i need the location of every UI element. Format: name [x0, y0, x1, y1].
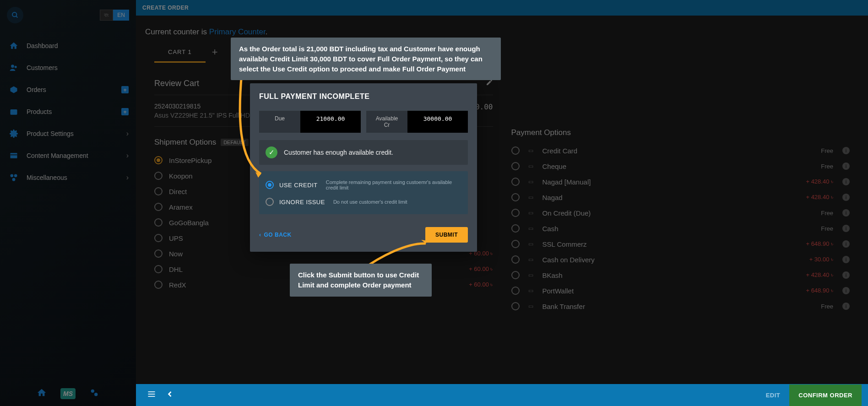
choice-desc: Do not use customer's credit limit	[333, 199, 407, 205]
credit-ok-text: Customer has enough available credit.	[284, 149, 393, 156]
check-icon: ✓	[266, 146, 277, 158]
chevron-left-icon: ‹	[259, 232, 261, 238]
annotation-callout-2: Click the Submit button to use Credit Li…	[290, 264, 432, 297]
back-icon[interactable]	[161, 390, 179, 401]
dim-overlay	[0, 0, 136, 406]
due-label: Due	[259, 111, 300, 133]
choice-label: USE CREDIT	[279, 182, 318, 189]
choice-desc: Complete remaining payment using custoem…	[326, 179, 461, 190]
menu-icon[interactable]	[142, 390, 161, 401]
choice-label: IGNORE ISSUE	[279, 199, 325, 206]
available-credit-cell: Available Cr 30000.00	[366, 111, 468, 133]
available-credit-label: Available Cr	[366, 111, 407, 133]
credit-ok-banner: ✓ Customer has enough available credit.	[259, 140, 468, 165]
choice-ignore-issue[interactable]: IGNORE ISSUE Do not use customer's credi…	[266, 194, 461, 210]
go-back-label: GO BACK	[264, 232, 292, 238]
radio-icon	[266, 198, 274, 206]
choice-use-credit[interactable]: USE CREDIT Complete remaining payment us…	[266, 176, 461, 194]
radio-icon	[266, 181, 274, 189]
due-cell: Due 21000.00	[259, 111, 361, 133]
due-value: 21000.00	[300, 111, 361, 133]
edit-button[interactable]: EDIT	[757, 385, 790, 405]
credit-choice-group: USE CREDIT Complete remaining payment us…	[259, 171, 468, 214]
available-credit-value: 30000.00	[407, 111, 468, 133]
bottom-action-bar: EDIT CONFIRM ORDER	[136, 384, 868, 406]
confirm-order-button[interactable]: CONFIRM ORDER	[789, 384, 862, 406]
full-payment-modal: FULL PAYMENT INCOMPLETE Due 21000.00 Ava…	[250, 83, 477, 252]
submit-button[interactable]: SUBMIT	[425, 227, 468, 243]
go-back-button[interactable]: ‹ GO BACK	[259, 232, 292, 238]
annotation-callout-1: As the Order total is 21,000 BDT includi…	[231, 38, 501, 80]
modal-title: FULL PAYMENT INCOMPLETE	[250, 83, 477, 106]
